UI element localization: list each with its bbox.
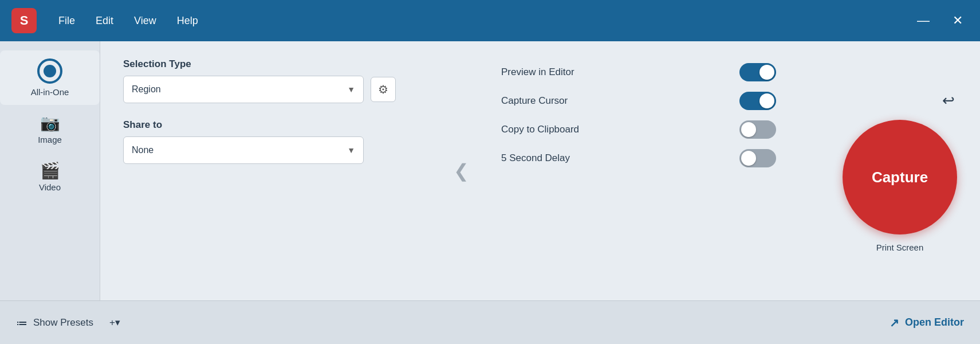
video-icon: 🎬 bbox=[40, 163, 60, 179]
bottombar-left: ≔ Show Presets +▾ bbox=[16, 316, 120, 330]
toggle-row-5-second-delay: 5 Second Delay bbox=[501, 149, 776, 167]
capture-cursor-label: Capture Cursor bbox=[501, 95, 568, 107]
share-to-value: None bbox=[132, 145, 154, 155]
collapse-divider: ❮ bbox=[444, 58, 478, 283]
sidebar-item-all-in-one[interactable]: All-in-One bbox=[0, 50, 100, 105]
open-editor-label: Open Editor bbox=[905, 316, 964, 329]
add-preset-button[interactable]: +▾ bbox=[109, 316, 120, 329]
capture-button[interactable]: Capture bbox=[843, 120, 957, 234]
content-area: Selection Type Region ▼ ⚙ Share to None … bbox=[100, 41, 980, 300]
capture-cursor-toggle[interactable] bbox=[739, 92, 776, 110]
toggle-row-capture-cursor: Capture Cursor bbox=[501, 92, 776, 110]
copy-to-clipboard-toggle[interactable] bbox=[739, 120, 776, 139]
minimize-button[interactable]: — bbox=[911, 12, 935, 29]
preview-in-editor-label: Preview in Editor bbox=[501, 67, 574, 78]
sidebar-item-video[interactable]: 🎬 Video bbox=[0, 155, 100, 200]
toggle-knob bbox=[759, 65, 774, 80]
app-logo: S bbox=[11, 8, 37, 33]
menu-bar: File Edit View Help bbox=[50, 11, 898, 30]
titlebar: S File Edit View Help — ✕ bbox=[0, 0, 980, 41]
settings-gear-button[interactable]: ⚙ bbox=[371, 77, 396, 102]
show-presets-button[interactable]: ≔ Show Presets bbox=[16, 316, 93, 330]
toggle-row-preview-in-editor: Preview in Editor bbox=[501, 63, 776, 81]
share-to-select[interactable]: None ▼ bbox=[123, 136, 364, 164]
menu-file[interactable]: File bbox=[50, 11, 83, 30]
capture-button-label: Capture bbox=[872, 169, 928, 186]
bottombar: ≔ Show Presets +▾ ↗ Open Editor bbox=[0, 300, 980, 344]
5-second-delay-toggle[interactable] bbox=[739, 149, 776, 167]
menu-edit[interactable]: Edit bbox=[88, 11, 121, 30]
selection-type-arrow-icon: ▼ bbox=[347, 85, 355, 94]
toggle-row-copy-to-clipboard: Copy to Clipboard bbox=[501, 120, 776, 139]
selection-type-select[interactable]: Region ▼ bbox=[123, 76, 364, 103]
all-in-one-icon bbox=[37, 58, 62, 84]
add-preset-label: +▾ bbox=[109, 316, 120, 329]
copy-to-clipboard-label: Copy to Clipboard bbox=[501, 124, 579, 135]
sidebar-item-image[interactable]: 📷 Image bbox=[0, 107, 100, 153]
share-to-arrow-icon: ▼ bbox=[347, 146, 355, 155]
close-button[interactable]: ✕ bbox=[947, 12, 969, 29]
toggle-knob bbox=[741, 151, 756, 166]
menu-view[interactable]: View bbox=[126, 11, 164, 30]
main-area: All-in-One 📷 Image 🎬 Video Selection Typ… bbox=[0, 41, 980, 300]
window-controls: — ✕ bbox=[911, 12, 969, 29]
capture-area: ↩ Capture Print Screen bbox=[820, 58, 957, 283]
share-to-wrapper: None ▼ bbox=[123, 136, 421, 164]
print-screen-shortcut: Print Screen bbox=[876, 243, 924, 252]
left-panel: Selection Type Region ▼ ⚙ Share to None … bbox=[123, 58, 421, 283]
preview-in-editor-toggle[interactable] bbox=[739, 63, 776, 81]
toggle-knob bbox=[759, 93, 774, 108]
selection-type-value: Region bbox=[132, 84, 161, 95]
open-editor-icon: ↗ bbox=[890, 316, 899, 330]
presets-list-icon: ≔ bbox=[16, 316, 27, 330]
sidebar-label-all-in-one: All-in-One bbox=[31, 87, 69, 97]
selection-type-label: Selection Type bbox=[123, 58, 421, 70]
right-panel: Preview in Editor Capture Cursor Copy to… bbox=[501, 58, 797, 283]
show-presets-label: Show Presets bbox=[33, 317, 93, 329]
camera-icon: 📷 bbox=[40, 115, 60, 131]
sidebar-label-image: Image bbox=[38, 135, 62, 144]
5-second-delay-label: 5 Second Delay bbox=[501, 153, 570, 164]
toggle-knob bbox=[741, 122, 756, 137]
chevron-left-icon[interactable]: ❮ bbox=[454, 162, 469, 180]
sidebar-label-video: Video bbox=[39, 182, 61, 192]
menu-help[interactable]: Help bbox=[169, 11, 206, 30]
share-to-field: Share to None ▼ bbox=[123, 119, 421, 164]
selection-type-wrapper: Region ▼ ⚙ bbox=[123, 76, 421, 103]
selection-type-field: Selection Type Region ▼ ⚙ bbox=[123, 58, 421, 103]
reset-button[interactable]: ↩ bbox=[940, 89, 957, 112]
open-editor-button[interactable]: ↗ Open Editor bbox=[890, 316, 964, 330]
share-to-label: Share to bbox=[123, 119, 421, 131]
sidebar: All-in-One 📷 Image 🎬 Video bbox=[0, 41, 100, 300]
